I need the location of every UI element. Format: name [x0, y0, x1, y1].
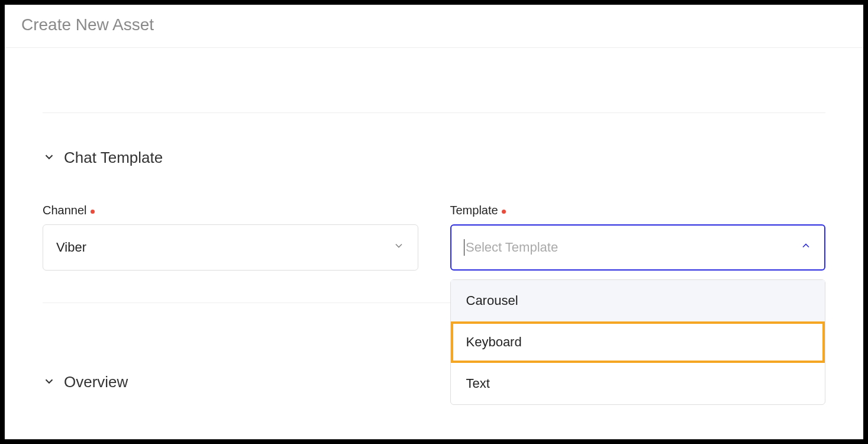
template-select[interactable]: Select Template: [450, 224, 826, 271]
channel-select[interactable]: Viber: [43, 224, 418, 271]
template-select-placeholder: Select Template: [464, 239, 559, 256]
page-header: Create New Asset: [5, 5, 863, 48]
channel-label: Channel: [43, 204, 418, 217]
chevron-down-icon: [43, 375, 56, 390]
chat-template-section-header[interactable]: Chat Template: [43, 113, 825, 167]
required-indicator-icon: [502, 210, 506, 214]
chevron-down-icon: [393, 240, 405, 255]
text-cursor-icon: [464, 239, 465, 256]
top-spacer: [43, 48, 825, 113]
channel-label-text: Channel: [43, 204, 87, 217]
chevron-down-icon: [43, 150, 56, 166]
chat-template-section-title: Chat Template: [64, 149, 163, 167]
fields-row: Channel Viber Template Select Template: [43, 204, 825, 271]
template-option-label: Carousel: [466, 293, 518, 308]
content-area: Chat Template Channel Viber Template: [5, 48, 863, 391]
template-option-label: Keyboard: [466, 334, 522, 349]
template-placeholder-text: Select Template: [466, 240, 558, 255]
channel-select-value: Viber: [56, 240, 86, 255]
channel-field: Channel Viber: [43, 204, 418, 271]
template-option-label: Text: [466, 376, 490, 391]
template-label: Template: [450, 204, 826, 217]
template-field: Template Select Template Carousel Keyboa…: [450, 204, 826, 271]
template-dropdown-list: Carousel Keyboard Text: [450, 279, 826, 405]
template-option-text[interactable]: Text: [451, 363, 825, 404]
chevron-up-icon: [800, 240, 812, 255]
template-label-text: Template: [450, 204, 498, 217]
required-indicator-icon: [91, 210, 95, 214]
template-option-carousel[interactable]: Carousel: [451, 280, 825, 321]
template-option-keyboard[interactable]: Keyboard: [451, 321, 825, 363]
overview-section-title: Overview: [64, 373, 128, 391]
page-title: Create New Asset: [21, 15, 847, 34]
